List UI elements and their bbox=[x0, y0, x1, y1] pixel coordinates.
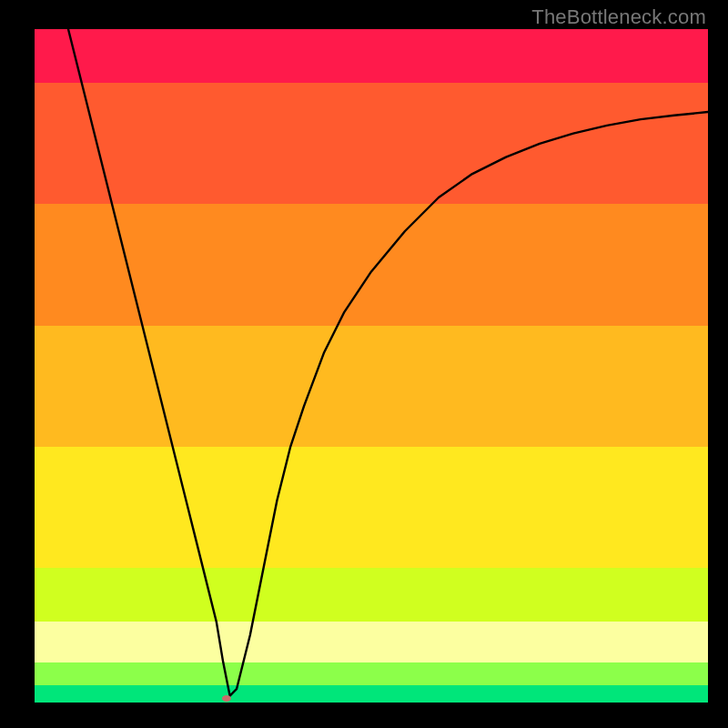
chart-plot bbox=[35, 29, 708, 703]
gradient-background bbox=[35, 29, 708, 703]
chart-frame: TheBottleneck.com bbox=[0, 0, 728, 728]
trough-marker bbox=[222, 695, 231, 702]
brand-watermark: TheBottleneck.com bbox=[531, 5, 706, 29]
